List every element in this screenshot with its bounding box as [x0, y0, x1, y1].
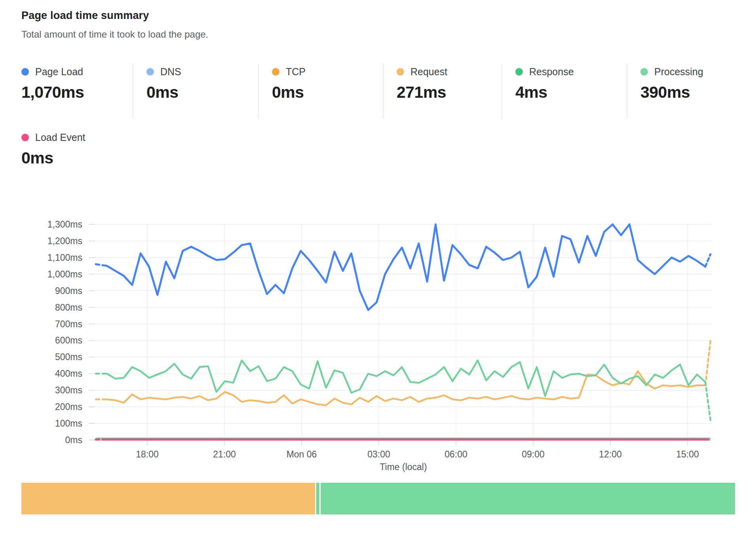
load-event-legend-dot — [21, 134, 29, 141]
metric-response[interactable]: Response 4ms — [501, 63, 627, 119]
metric-value: 4ms — [515, 83, 627, 102]
metric-value: 0ms — [21, 149, 85, 167]
x-tick-label: 18:00 — [136, 449, 159, 459]
series-line-page-load — [107, 224, 705, 310]
metric-value: 0ms — [272, 83, 383, 102]
request-legend-dot — [397, 68, 404, 76]
y-tick-label: 1,100ms — [47, 252, 82, 263]
y-tick-label: 800ms — [55, 302, 82, 313]
page-subtitle: Total amount of time it took to load the… — [21, 29, 208, 40]
y-tick-label: 900ms — [55, 286, 82, 296]
y-tick-label: 1,200ms — [47, 236, 82, 246]
x-tick-label: 06:00 — [444, 449, 467, 459]
series-line-page-load-lead-dash — [96, 264, 107, 266]
metric-label: Page Load — [35, 66, 83, 78]
metric-value: 390ms — [640, 83, 745, 102]
metric-label: Request — [410, 66, 447, 78]
y-tick-label: 1,300ms — [47, 219, 82, 230]
y-tick-label: 600ms — [55, 335, 82, 345]
page-load-time-chart[interactable]: 1,300ms1,200ms1,100ms1,000ms900ms800ms70… — [0, 166, 756, 483]
y-tick-label: 1,000ms — [47, 269, 82, 279]
series-line-processing — [107, 360, 705, 396]
segment-processing — [321, 483, 735, 514]
segment-request — [21, 483, 315, 514]
x-tick-label: 09:00 — [522, 449, 545, 459]
page-title: Page load time summary — [21, 9, 208, 22]
series-line-page-load-tail-dash — [705, 254, 710, 266]
series-line-processing-tail-dash — [705, 382, 710, 420]
metric-label: TCP — [286, 66, 306, 78]
metric-label: Processing — [654, 66, 703, 78]
page-load-legend-dot — [21, 68, 29, 76]
y-tick-label: 0ms — [65, 435, 82, 445]
x-tick-label: 15:00 — [676, 449, 699, 459]
page-load-summary-panel: Page load time summary Total amount of t… — [0, 0, 756, 535]
panel-header: Page load time summary Total amount of t… — [21, 9, 208, 40]
x-tick-label: Mon 06 — [287, 449, 317, 459]
metric-request[interactable]: Request 271ms — [383, 63, 501, 119]
metric-tcp[interactable]: TCP 0ms — [258, 63, 383, 119]
dns-legend-dot — [146, 68, 154, 76]
y-tick-label: 700ms — [55, 319, 82, 329]
metric-label: Load Event — [35, 132, 85, 143]
x-axis-title: Time (local) — [380, 462, 427, 472]
metric-value: 0ms — [146, 83, 258, 102]
series-line-request-tail-dash — [705, 340, 710, 385]
metric-page-load[interactable]: Page Load 1,070ms — [21, 63, 133, 119]
y-tick-label: 200ms — [55, 402, 82, 412]
tcp-legend-dot — [272, 68, 279, 76]
y-tick-label: 100ms — [55, 418, 82, 429]
metric-value: 1,070ms — [21, 83, 133, 102]
metric-summary-row: Page Load 1,070ms DNS 0ms TCP 0ms Reques… — [21, 63, 745, 119]
processing-legend-dot — [640, 68, 648, 76]
y-tick-label: 500ms — [55, 352, 82, 362]
x-tick-label: 21:00 — [213, 449, 236, 459]
x-tick-label: 12:00 — [599, 449, 622, 459]
metric-value: 271ms — [397, 83, 501, 102]
metric-dns[interactable]: DNS 0ms — [133, 63, 258, 119]
metric-label: DNS — [160, 66, 181, 78]
response-legend-dot — [515, 68, 523, 76]
metric-load-event[interactable]: Load Event 0ms — [21, 131, 85, 167]
load-phase-bar[interactable] — [21, 483, 735, 514]
y-tick-label: 300ms — [55, 385, 82, 395]
segment-sliver — [316, 483, 319, 514]
metric-label: Response — [529, 66, 574, 78]
metric-processing[interactable]: Processing 390ms — [627, 63, 745, 119]
y-tick-label: 400ms — [55, 368, 82, 379]
x-tick-label: 03:00 — [367, 449, 390, 459]
